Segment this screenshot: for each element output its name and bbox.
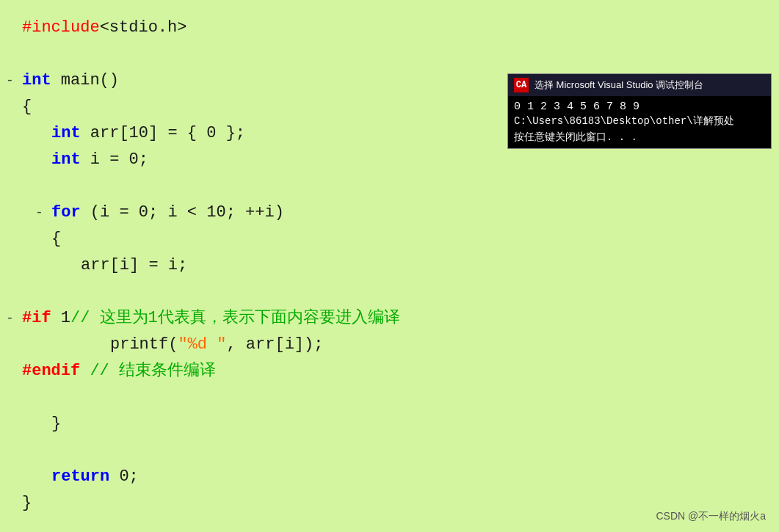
- console-title: 选择 Microsoft Visual Studio 调试控制台: [535, 79, 703, 92]
- code-line-9: {: [51, 226, 764, 252]
- empty-line-17: [22, 437, 764, 464]
- code-line-19: }: [22, 490, 764, 517]
- empty-line-15: [22, 385, 764, 411]
- console-app-icon: CA: [514, 78, 529, 92]
- csdn-watermark: CSDN @不一样的烟火a: [656, 510, 766, 523]
- console-window: CA 选择 Microsoft Visual Studio 调试控制台 0 1 …: [507, 73, 772, 149]
- gutter-marker-if: -: [6, 305, 14, 332]
- console-body: 0 1 2 3 4 5 6 7 8 9 C:\Users\86183\Deskt…: [508, 96, 771, 148]
- empty-line-7: [22, 173, 764, 200]
- code-line-10: arr[i] = i;: [81, 252, 764, 279]
- code-line-16: }: [51, 411, 764, 437]
- code-editor: #include<stdio.h> - int main() { int arr…: [0, 0, 779, 532]
- code-line-14: #endif // 结束条件编译: [22, 358, 764, 385]
- console-titlebar: CA 选择 Microsoft Visual Studio 调试控制台: [508, 74, 771, 96]
- code-line-8: - for (i = 0; i < 10; ++i): [51, 200, 764, 226]
- code-line-1: #include<stdio.h>: [22, 15, 764, 41]
- code-line-6: int i = 0;: [51, 147, 764, 173]
- code-line-13: printf("%d ", arr[i]);: [110, 332, 764, 358]
- console-output-path: C:\Users\86183\Desktop\other\详解预处: [514, 114, 765, 128]
- include-keyword: #include: [22, 15, 100, 41]
- code-line-12: - #if 1 // 这里为1代表真，表示下面内容要进入编译: [22, 305, 764, 332]
- console-press-hint: 按任意键关闭此窗口. . .: [514, 131, 765, 144]
- empty-line-2: [22, 41, 764, 68]
- code-line-18: return 0;: [51, 464, 764, 490]
- empty-line-11: [22, 279, 764, 305]
- gutter-marker-for: -: [35, 200, 43, 226]
- console-output-numbers: 0 1 2 3 4 5 6 7 8 9: [514, 101, 765, 113]
- gutter-marker: -: [6, 68, 14, 94]
